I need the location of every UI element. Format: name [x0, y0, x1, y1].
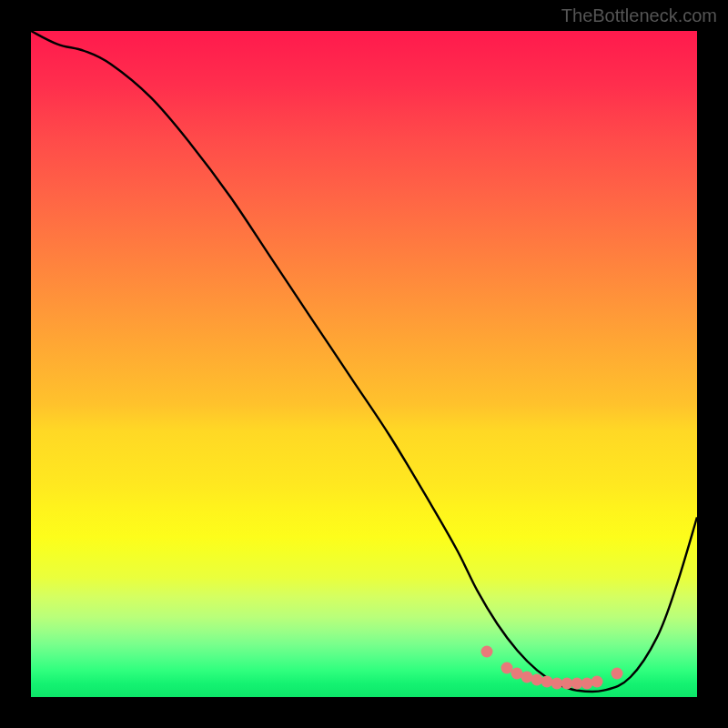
chart-valley-dot [612, 667, 623, 679]
chart-valley-dot [592, 676, 603, 688]
chart-valley-dot [481, 646, 493, 658]
chart-valley-markers [31, 31, 697, 697]
watermark-text: TheBottleneck.com [561, 5, 717, 26]
chart-plot-area [31, 31, 697, 697]
